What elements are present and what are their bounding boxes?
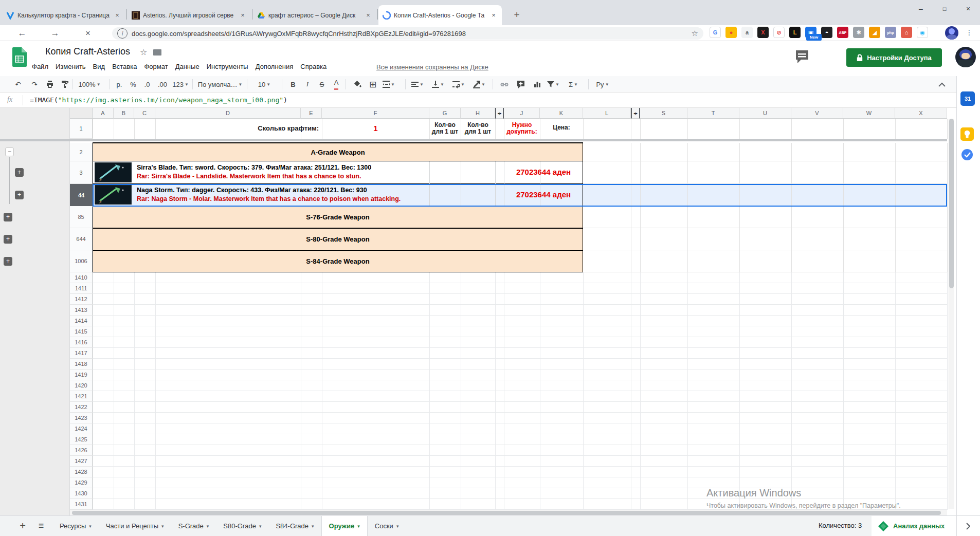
- forward-icon[interactable]: →: [48, 27, 62, 40]
- paint-format-icon[interactable]: [59, 79, 72, 90]
- keep-icon[interactable]: [960, 127, 974, 143]
- column-header-J[interactable]: J: [504, 108, 540, 119]
- selection-count[interactable]: Количество: 3: [819, 522, 862, 529]
- formula-text[interactable]: =IMAGE("https://img.asterios.tm/icon/wea…: [30, 96, 287, 104]
- column-header-T[interactable]: T: [687, 108, 739, 119]
- expand-group-button[interactable]: +: [15, 168, 24, 177]
- input-tools-button[interactable]: Ру▼: [593, 79, 612, 90]
- row-header-1426[interactable]: 1426: [70, 445, 93, 456]
- collapse-toolbar-icon[interactable]: [935, 78, 949, 90]
- back-icon[interactable]: ←: [15, 27, 29, 40]
- row-header-644[interactable]: 644: [70, 228, 93, 250]
- row-header-1415[interactable]: 1415: [70, 326, 93, 337]
- page-info-icon[interactable]: i: [117, 28, 128, 39]
- row-header-1427[interactable]: 1427: [70, 456, 93, 467]
- home-color-extension-icon[interactable]: ●: [725, 27, 737, 38]
- column-header-V[interactable]: V: [791, 108, 843, 119]
- row-header-1425[interactable]: 1425: [70, 434, 93, 445]
- browser-tab[interactable]: крафт астериос – Google Диск×: [253, 5, 376, 25]
- borders-icon[interactable]: ⊞: [366, 79, 379, 90]
- save-status-link[interactable]: Все изменения сохранены на Диске: [376, 63, 488, 71]
- comment-icon[interactable]: [794, 48, 810, 67]
- row-header-1420[interactable]: 1420: [70, 380, 93, 391]
- address-bar[interactable]: i docs.google.com/spreadsheets/d/1GRusAW…: [112, 27, 703, 40]
- row-header-1429[interactable]: 1429: [70, 477, 93, 488]
- craft-count-value[interactable]: 1: [322, 124, 429, 133]
- horizontal-scrollbar-thumb[interactable]: [72, 511, 941, 515]
- text-rotation-icon[interactable]: ▼: [472, 79, 485, 90]
- menu-дополнения[interactable]: Дополнения: [252, 61, 297, 72]
- document-title[interactable]: Копия Craft-Asterios: [45, 46, 130, 57]
- print-icon[interactable]: [43, 79, 57, 90]
- column-header-H[interactable]: H: [461, 108, 495, 119]
- account-avatar[interactable]: [955, 47, 976, 67]
- sheet-tab-Оружие[interactable]: Оружие▾: [321, 516, 368, 536]
- merge-cells-icon[interactable]: ▼: [382, 79, 395, 90]
- collapse-group-button[interactable]: −: [5, 147, 14, 156]
- bookmark-star-icon[interactable]: ☆: [692, 29, 698, 38]
- column-header-K[interactable]: K: [540, 108, 583, 119]
- menu-инструменты[interactable]: Инструменты: [203, 61, 252, 72]
- expand-group-button[interactable]: +: [4, 213, 12, 221]
- bold-button[interactable]: B: [287, 79, 299, 90]
- dark-round-extension-icon[interactable]: ◓: [821, 27, 832, 38]
- tasks-icon[interactable]: [960, 148, 974, 163]
- currency-format-button[interactable]: р.: [113, 79, 125, 90]
- column-header-B[interactable]: B: [114, 108, 134, 119]
- insert-chart-icon[interactable]: [531, 79, 544, 90]
- row-header-1006[interactable]: 1006: [70, 250, 93, 272]
- group-band-row[interactable]: A-Grade Weapon: [93, 143, 583, 161]
- expand-group-button[interactable]: +: [15, 191, 24, 199]
- group-band-row[interactable]: S-76-Grade Weapon: [93, 206, 583, 228]
- flame-orange-extension-icon[interactable]: ◢: [869, 27, 880, 38]
- font-select[interactable]: По умолча…▼: [196, 79, 244, 90]
- fill-color-icon[interactable]: [351, 79, 364, 90]
- share-button[interactable]: Настройки Доступа: [846, 48, 942, 67]
- close-tab-icon[interactable]: ×: [113, 11, 121, 19]
- functions-icon[interactable]: Σ▼: [567, 79, 580, 90]
- menu-справка[interactable]: Справка: [297, 61, 330, 72]
- sheet-tab-Соски[interactable]: Соски▾: [368, 516, 406, 536]
- menu-данные[interactable]: Данные: [172, 61, 203, 72]
- group-band-row[interactable]: S-80-Grade Weapon: [93, 228, 583, 250]
- sheet-tab-Части и Рецепты[interactable]: Части и Рецепты▾: [99, 516, 171, 536]
- l-yellow-extension-icon[interactable]: L: [789, 27, 801, 38]
- insert-link-icon[interactable]: [498, 79, 511, 90]
- column-header-C[interactable]: C: [134, 108, 155, 119]
- menu-изменить[interactable]: Изменить: [52, 61, 89, 72]
- cart-red-extension-icon[interactable]: ⌂: [901, 27, 912, 38]
- select-all-corner[interactable]: [70, 108, 93, 119]
- item-price[interactable]: 27023644 аден: [504, 168, 583, 176]
- row-header-1424[interactable]: 1424: [70, 423, 93, 434]
- row-header-1417[interactable]: 1417: [70, 348, 93, 359]
- browser-tab[interactable]: Копия Craft-Asterios - Google Та×: [378, 5, 502, 25]
- explore-button[interactable]: Анализ данных: [872, 515, 956, 536]
- filter-icon[interactable]: ▼: [546, 79, 559, 90]
- close-tab-icon[interactable]: ×: [364, 11, 372, 19]
- translate-extension-icon[interactable]: G: [710, 27, 721, 38]
- column-header-A[interactable]: A: [93, 108, 114, 119]
- row-header-1416[interactable]: 1416: [70, 337, 93, 348]
- italic-button[interactable]: I: [301, 79, 314, 90]
- more-formats-button[interactable]: 123▼: [172, 79, 189, 90]
- row-header-1414[interactable]: 1414: [70, 316, 93, 326]
- menu-файл[interactable]: Файл: [28, 61, 52, 72]
- decrease-decimals-button[interactable]: .0: [141, 79, 153, 90]
- row-header-1419[interactable]: 1419: [70, 369, 93, 380]
- browser-menu-icon[interactable]: ⋮: [964, 27, 975, 38]
- row-header-1413[interactable]: 1413: [70, 305, 93, 316]
- percent-format-button[interactable]: %: [128, 79, 139, 90]
- row-header-1421[interactable]: 1421: [70, 391, 93, 402]
- text-color-button[interactable]: A: [330, 79, 342, 90]
- group-band-row[interactable]: S-84-Grade Weapon: [93, 250, 583, 272]
- vertical-align-icon[interactable]: ▼: [431, 79, 444, 90]
- stop-icon[interactable]: ×: [81, 27, 95, 40]
- sheet-tab-Ресурсы[interactable]: Ресурсы▾: [52, 516, 99, 536]
- row-header-2[interactable]: 2: [70, 143, 93, 161]
- menu-вставка[interactable]: Вставка: [108, 61, 140, 72]
- close-window-icon[interactable]: ×: [956, 0, 980, 17]
- row-header-1410[interactable]: 1410: [70, 272, 93, 283]
- hide-side-panel-icon[interactable]: [961, 520, 974, 532]
- column-header-D[interactable]: D: [155, 108, 301, 119]
- column-header-S[interactable]: S: [640, 108, 687, 119]
